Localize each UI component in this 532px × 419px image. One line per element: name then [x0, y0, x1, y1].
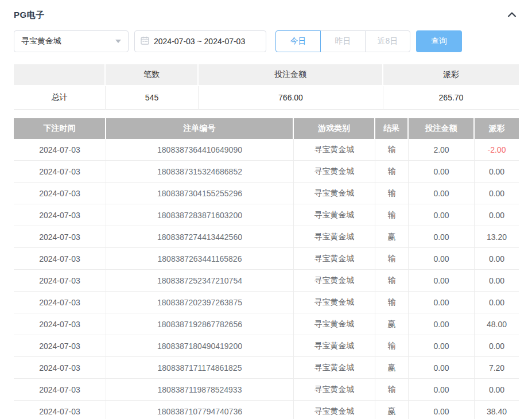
- cell-order-id: 1808387263441165826: [106, 248, 294, 270]
- table-row: 2024-07-03 1808387171174861825 寻宝黄金城 赢 0…: [14, 357, 519, 379]
- cell-bet-amount: 0.00: [409, 183, 475, 204]
- collapse-button[interactable]: [506, 9, 518, 21]
- records-body: 2024-07-03 1808387364410649090 寻宝黄金城 输 2…: [14, 139, 518, 419]
- cell-order-id: 1808387252347210754: [106, 270, 294, 292]
- cell-payout: 0.00: [475, 183, 519, 204]
- summary-header-empty: [14, 64, 106, 85]
- cell-bet-time: 2024-07-03: [14, 270, 106, 292]
- cell-result: 输: [375, 139, 409, 161]
- cell-bet-amount: 0.00: [409, 248, 475, 270]
- last-8-days-button[interactable]: 近8日: [365, 30, 410, 52]
- cell-order-id: 1808387364410649090: [106, 139, 294, 161]
- cell-bet-amount: 0.00: [409, 335, 475, 357]
- cell-payout: -2.00: [475, 139, 519, 161]
- cell-payout: 13.20: [475, 226, 519, 248]
- today-button[interactable]: 今日: [275, 30, 321, 52]
- date-range-value: 2024-07-03 ~ 2024-07-03: [154, 37, 245, 46]
- cell-order-id: 1808387283871603200: [106, 204, 294, 226]
- calendar-icon: [141, 36, 149, 46]
- table-row: 2024-07-03 1808387252347210754 寻宝黄金城 输 0…: [14, 270, 519, 292]
- summary-header-row: 笔数 投注金额 派彩: [14, 64, 519, 85]
- table-row: 2024-07-03 1808387180490419200 寻宝黄金城 输 0…: [14, 335, 519, 357]
- cell-result: 赢: [375, 313, 409, 335]
- cell-bet-time: 2024-07-03: [14, 313, 106, 335]
- cell-bet-time: 2024-07-03: [14, 379, 106, 401]
- table-row: 2024-07-03 1808387364410649090 寻宝黄金城 输 2…: [14, 139, 519, 161]
- cell-bet-amount: 0.00: [409, 204, 475, 226]
- cell-game-category: 寻宝黄金城: [294, 248, 375, 270]
- summary-total-count: 545: [106, 86, 199, 110]
- cell-payout: 0.00: [475, 292, 519, 313]
- cell-result: 输: [375, 292, 409, 313]
- cell-bet-time: 2024-07-03: [14, 161, 106, 183]
- cell-bet-amount: 0.00: [409, 270, 475, 292]
- table-row: 2024-07-03 1808387315324686852 寻宝黄金城 输 0…: [14, 161, 519, 183]
- search-button[interactable]: 查询: [416, 30, 462, 52]
- cell-result: 输: [375, 248, 409, 270]
- cell-payout: 48.00: [475, 313, 519, 335]
- cell-order-id: 1808387274413442560: [106, 226, 294, 248]
- cell-order-id: 1808387304155255296: [106, 183, 294, 204]
- cell-game-category: 寻宝黄金城: [294, 204, 375, 226]
- cell-game-category: 寻宝黄金城: [294, 139, 375, 161]
- cell-payout: 7.20: [475, 357, 519, 379]
- table-row: 2024-07-03 1808387283871603200 寻宝黄金城 输 0…: [14, 204, 519, 226]
- cell-result: 赢: [375, 226, 409, 248]
- cell-payout: 0.00: [475, 379, 519, 401]
- cell-bet-amount: 0.00: [409, 226, 475, 248]
- table-row: 2024-07-03 1808387304155255296 寻宝黄金城 输 0…: [14, 183, 519, 204]
- cell-bet-time: 2024-07-03: [14, 357, 106, 379]
- cell-order-id: 1808387315324686852: [106, 161, 294, 183]
- cell-order-id: 1808387119878524933: [106, 379, 294, 401]
- pg-panel: PG电子 寻宝黄金城 2024-07-03 ~ 2024-07-03 今日 昨日…: [0, 0, 532, 419]
- cell-order-id: 1808387180490419200: [106, 335, 294, 357]
- table-row: 2024-07-03 1808387263441165826 寻宝黄金城 输 0…: [14, 248, 519, 270]
- cell-game-category: 寻宝黄金城: [294, 401, 375, 419]
- records-header-game: 游戏类别: [294, 118, 375, 139]
- cell-result: 输: [375, 183, 409, 204]
- cell-order-id: 1808387171174861825: [106, 357, 294, 379]
- panel-title: PG电子: [14, 10, 45, 21]
- records-header-order-id: 注单编号: [106, 118, 294, 139]
- cell-result: 输: [375, 379, 409, 401]
- cell-payout: 38.40: [475, 401, 519, 419]
- cell-game-category: 寻宝黄金城: [294, 183, 375, 204]
- cell-game-category: 寻宝黄金城: [294, 226, 375, 248]
- cell-game-category: 寻宝黄金城: [294, 161, 375, 183]
- cell-game-category: 寻宝黄金城: [294, 292, 375, 313]
- summary-total-label: 总计: [14, 86, 106, 110]
- summary-header-count: 笔数: [106, 64, 199, 85]
- cell-payout: 0.00: [475, 270, 519, 292]
- game-select[interactable]: 寻宝黄金城: [14, 30, 129, 52]
- table-row: 2024-07-03 1808387202397263875 寻宝黄金城 输 0…: [14, 292, 519, 313]
- records-header-time: 下注时间: [14, 118, 106, 139]
- cell-bet-time: 2024-07-03: [14, 292, 106, 313]
- cell-result: 输: [375, 335, 409, 357]
- cell-bet-time: 2024-07-03: [14, 226, 106, 248]
- cell-bet-time: 2024-07-03: [14, 335, 106, 357]
- cell-game-category: 寻宝黄金城: [294, 313, 375, 335]
- cell-game-category: 寻宝黄金城: [294, 335, 375, 357]
- cell-result: 赢: [375, 357, 409, 379]
- cell-game-category: 寻宝黄金城: [294, 357, 375, 379]
- records-header-bet-amount: 投注金额: [409, 118, 475, 139]
- date-range-input[interactable]: 2024-07-03 ~ 2024-07-03: [134, 30, 266, 52]
- summary-total-payout: 265.70: [383, 86, 519, 110]
- cell-order-id: 1808387192867782656: [106, 313, 294, 335]
- cell-result: 赢: [375, 401, 409, 419]
- cell-payout: 0.00: [475, 204, 519, 226]
- summary-header-payout: 派彩: [383, 64, 519, 85]
- yesterday-button[interactable]: 昨日: [320, 30, 366, 52]
- summary-total-bet-amount: 766.00: [199, 86, 383, 110]
- cell-bet-time: 2024-07-03: [14, 139, 106, 161]
- cell-bet-time: 2024-07-03: [14, 248, 106, 270]
- cell-bet-amount: 0.00: [409, 379, 475, 401]
- cell-result: 输: [375, 270, 409, 292]
- records-header-payout: 派彩: [475, 118, 519, 139]
- cell-bet-amount: 2.00: [409, 139, 475, 161]
- cell-bet-amount: 0.00: [409, 161, 475, 183]
- cell-result: 输: [375, 161, 409, 183]
- cell-game-category: 寻宝黄金城: [294, 270, 375, 292]
- cell-bet-amount: 0.00: [409, 357, 475, 379]
- cell-bet-amount: 0.00: [409, 401, 475, 419]
